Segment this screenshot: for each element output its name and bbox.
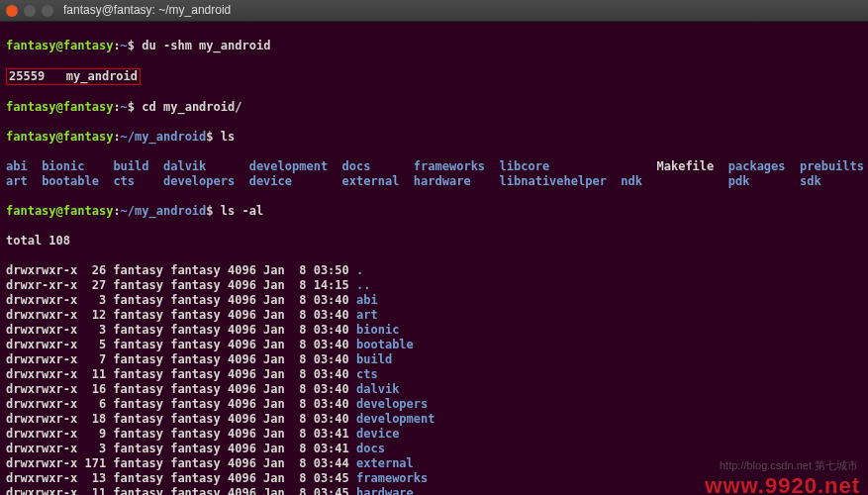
ls-item: cts <box>113 174 163 188</box>
ls-item: build <box>113 159 163 173</box>
table-row: drwxr-xr-x 27 fantasy fantasy 4096 Jan 8… <box>6 278 862 293</box>
file-name: bootable <box>356 338 414 351</box>
ls-item: abi <box>6 159 42 173</box>
file-name: bionic <box>356 323 399 337</box>
watermark-sub: http://blog.csdn.net 第七城市 <box>720 458 858 473</box>
window-titlebar: fantasy@fantasy: ~/my_android <box>0 0 868 22</box>
ls-item: hardware <box>414 174 500 188</box>
ls-item: packages <box>728 159 800 173</box>
ls-item: dalvik <box>163 159 249 173</box>
file-name: hardware <box>356 486 414 495</box>
ls-item: prebuilts <box>800 159 868 173</box>
table-row: drwxrwxr-x 5 fantasy fantasy 4096 Jan 8 … <box>6 338 862 352</box>
ls-item: libcore <box>500 159 622 173</box>
file-name: build <box>356 352 392 366</box>
file-name: dalvik <box>356 382 399 396</box>
table-row: drwxrwxr-x 26 fantasy fantasy 4096 Jan 8… <box>6 263 862 278</box>
table-row: drwxrwxr-x 18 fantasy fantasy 4096 Jan 8… <box>6 412 862 427</box>
ls-item: bionic <box>42 159 113 173</box>
cmd-lsal: ls -al <box>221 204 263 218</box>
ls-item: developers <box>163 174 249 188</box>
table-row: drwxrwxr-x 12 fantasy fantasy 4096 Jan 8… <box>6 308 862 323</box>
table-row: drwxrwxr-x 7 fantasy fantasy 4096 Jan 8 … <box>6 352 862 367</box>
file-name: abi <box>356 293 378 307</box>
table-row: drwxrwxr-x 3 fantasy fantasy 4096 Jan 8 … <box>6 293 862 308</box>
close-icon[interactable] <box>6 5 18 17</box>
file-name: . <box>356 263 363 277</box>
maximize-icon[interactable] <box>42 5 53 17</box>
file-name: art <box>356 308 378 322</box>
table-row: drwxrwxr-x 11 fantasy fantasy 4096 Jan 8… <box>6 367 862 382</box>
file-name: external <box>356 456 414 470</box>
ls-item: art <box>6 174 42 188</box>
ls-item <box>656 174 727 188</box>
ls-item: pdk <box>728 174 800 188</box>
ls-item: sdk <box>800 174 868 188</box>
terminal-output[interactable]: fantasy@fantasy:~$ du -shm my_android 25… <box>0 22 868 495</box>
file-name: developers <box>356 397 428 411</box>
file-name: device <box>356 427 399 441</box>
cmd-ls: ls <box>221 130 235 144</box>
ls-item: libnativehelper <box>500 174 622 188</box>
ls-item: docs <box>342 159 414 173</box>
prompt-user: fantasy@fantasy <box>6 39 113 52</box>
file-name: frameworks <box>356 471 428 485</box>
cmd-du: du -shm my_android <box>142 39 270 52</box>
cmd-cd: cd my_android/ <box>142 100 241 114</box>
table-row: drwxrwxr-x 3 fantasy fantasy 4096 Jan 8 … <box>6 323 862 338</box>
ls-item <box>621 159 656 173</box>
window-title: fantasy@fantasy: ~/my_android <box>63 3 231 18</box>
ls-item: external <box>342 174 414 188</box>
table-row: drwxrwxr-x 3 fantasy fantasy 4096 Jan 8 … <box>6 442 862 456</box>
ls-item: frameworks <box>414 159 500 173</box>
ls-item: device <box>249 174 342 188</box>
file-name: development <box>356 412 434 426</box>
minimize-icon[interactable] <box>24 5 36 17</box>
ls-short-output: abi bionic build dalvik development docs… <box>6 159 862 189</box>
ls-item: ndk <box>621 174 656 188</box>
ls-item: bootable <box>42 174 113 188</box>
du-output-highlight: 25559 my_android <box>6 68 141 85</box>
table-row: drwxrwxr-x 9 fantasy fantasy 4096 Jan 8 … <box>6 427 862 442</box>
prompt-path: ~ <box>121 39 128 52</box>
ls-item: development <box>249 159 342 173</box>
file-name: docs <box>356 442 385 455</box>
total-line: total 108 <box>6 234 862 248</box>
table-row: drwxrwxr-x 16 fantasy fantasy 4096 Jan 8… <box>6 382 862 397</box>
table-row: drwxrwxr-x 6 fantasy fantasy 4096 Jan 8 … <box>6 397 862 412</box>
ls-item: Makefile <box>656 159 727 173</box>
file-name: cts <box>356 367 378 381</box>
watermark-main: www.9920.net <box>705 478 860 493</box>
file-name: .. <box>356 278 370 292</box>
